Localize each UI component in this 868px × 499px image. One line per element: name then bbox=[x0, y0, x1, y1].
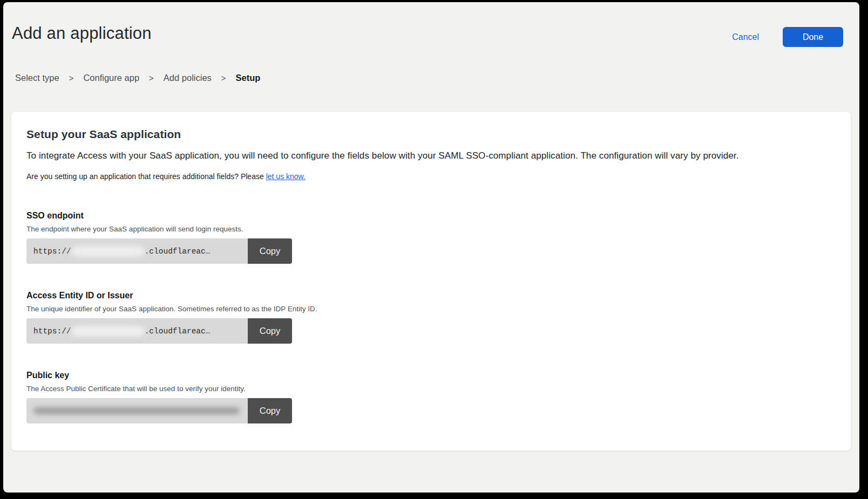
breadcrumb-item-setup: Setup bbox=[236, 73, 261, 83]
field-description: The unique identifier of your SaaS appli… bbox=[26, 305, 836, 313]
field-section-public-key: Public key The Access Public Certificate… bbox=[26, 371, 836, 423]
field-description: The endpoint where your SaaS application… bbox=[26, 225, 836, 233]
let-us-know-link[interactable]: let us know. bbox=[266, 172, 306, 181]
breadcrumb-item-add-policies[interactable]: Add policies bbox=[164, 73, 212, 83]
field-section-access-entity-id: Access Entity ID or Issuer The unique id… bbox=[26, 291, 836, 344]
field-row: https:// .cloudflareac… Copy bbox=[26, 238, 292, 264]
field-row: Copy bbox=[26, 398, 292, 423]
page-title: Add an application bbox=[12, 24, 152, 43]
page-frame: Add an application Cancel Done Select ty… bbox=[3, 2, 859, 493]
page-header: Add an application Cancel Done bbox=[3, 2, 859, 47]
card-note-text: Are you setting up an application that r… bbox=[26, 172, 266, 181]
redacted-value-segment bbox=[71, 246, 145, 257]
copy-button[interactable]: Copy bbox=[248, 318, 292, 344]
value-suffix: .cloudflareac… bbox=[145, 327, 211, 336]
breadcrumb-separator: > bbox=[69, 73, 74, 83]
field-row: https:// .cloudflareac… Copy bbox=[26, 318, 292, 344]
field-label: Access Entity ID or Issuer bbox=[26, 291, 836, 300]
value-prefix: https:// bbox=[33, 247, 71, 256]
breadcrumb-separator: > bbox=[149, 73, 154, 83]
breadcrumb-item-select-type[interactable]: Select type bbox=[15, 73, 59, 83]
done-button[interactable]: Done bbox=[783, 27, 843, 47]
copy-button[interactable]: Copy bbox=[248, 398, 292, 423]
access-entity-id-value: https:// .cloudflareac… bbox=[26, 318, 248, 344]
public-key-value bbox=[26, 398, 248, 423]
breadcrumb: Select type > Configure app > Add polici… bbox=[15, 73, 859, 83]
value-suffix: .cloudflareac… bbox=[145, 247, 211, 256]
card-note: Are you setting up an application that r… bbox=[26, 172, 836, 181]
redacted-value-segment bbox=[71, 326, 145, 337]
setup-card: Setup your SaaS application To integrate… bbox=[11, 111, 851, 451]
redacted-value-segment bbox=[33, 407, 240, 414]
field-section-sso-endpoint: SSO endpoint The endpoint where your Saa… bbox=[26, 211, 836, 264]
card-intro: To integrate Access with your SaaS appli… bbox=[26, 151, 836, 161]
value-prefix: https:// bbox=[33, 327, 71, 336]
breadcrumb-separator: > bbox=[221, 73, 226, 83]
card-heading: Setup your SaaS application bbox=[26, 128, 836, 141]
field-label: Public key bbox=[26, 371, 836, 380]
header-actions: Cancel Done bbox=[732, 27, 843, 47]
cancel-button[interactable]: Cancel bbox=[732, 32, 759, 42]
field-description: The Access Public Certificate that will … bbox=[26, 385, 836, 393]
breadcrumb-item-configure-app[interactable]: Configure app bbox=[83, 73, 139, 83]
sso-endpoint-value: https:// .cloudflareac… bbox=[26, 238, 248, 264]
field-label: SSO endpoint bbox=[26, 211, 836, 221]
copy-button[interactable]: Copy bbox=[248, 238, 292, 264]
